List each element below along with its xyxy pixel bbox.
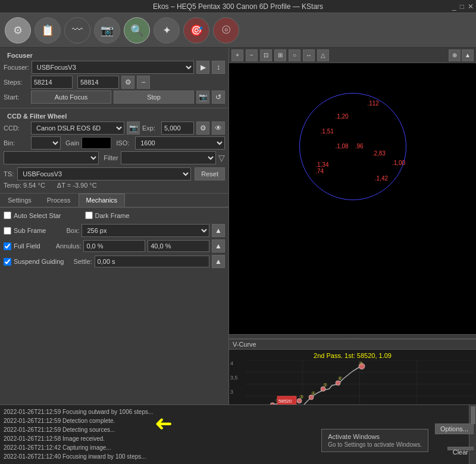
y-label-2: 3	[230, 389, 238, 395]
y-label-0: 4	[230, 360, 238, 366]
focuser-steps-input1[interactable]	[31, 76, 73, 89]
stop-btn[interactable]: Stop	[114, 91, 194, 104]
ccd-select[interactable]: Canon DSLR EOS 6D	[31, 122, 124, 135]
extra-btn1[interactable]: ⊕	[449, 49, 461, 61]
window-title: Ekos – HEQ5 Pentax 300 Canon 6D Profile …	[153, 2, 323, 11]
tab-settings[interactable]: Settings	[0, 194, 39, 207]
settle-input[interactable]	[95, 256, 209, 267]
log-section: 2022-01-26T21:12:59 Focusing outward by …	[0, 404, 476, 464]
star-label-2: .1,51	[321, 128, 334, 135]
minimize-btn[interactable]: _	[452, 2, 456, 11]
grid-btn[interactable]: ⊞	[274, 49, 286, 61]
right-panel: + − ⊡ ⊞ ○ ↔ △ ⊕ ▲ .112 .1,20 .1,51 .1,08	[229, 48, 476, 464]
svg-text:⑥: ⑥	[338, 376, 342, 381]
focuser-header: Focuser	[4, 50, 225, 61]
tabs-section: Settings Process Mechanics	[0, 194, 228, 208]
suspend-guiding-label: Suspend Guiding	[14, 258, 64, 265]
annulus-label: Annulus:	[56, 242, 82, 250]
annulus-input2[interactable]	[148, 240, 209, 252]
bin-label: Bin:	[4, 139, 29, 147]
focuser-connect-btn[interactable]: ▶	[196, 61, 209, 74]
star-label-8: .1,00	[392, 160, 405, 166]
dark-frame-checkbox[interactable]	[85, 211, 93, 219]
ts-select[interactable]: USBFocusV3	[17, 167, 191, 180]
iso-label: ISO:	[116, 139, 133, 147]
box-select[interactable]: 256 px	[82, 224, 209, 237]
toolbar: ⚙ 📋 〰 📷 🔍 ✦ 🎯 ⦾	[0, 13, 476, 48]
focuser-loop-btn[interactable]: ↺	[212, 91, 225, 104]
iso-select[interactable]: 1600	[135, 136, 225, 150]
toolbar-focus-btn[interactable]: 🔍	[124, 17, 150, 43]
focuser-steps-input2[interactable]	[77, 76, 119, 89]
star-label-4: .96	[355, 143, 364, 150]
circle-btn[interactable]: ○	[289, 49, 300, 61]
focuser-device-select[interactable]: USBFocusV3	[32, 61, 194, 74]
options-btn[interactable]: Options...	[435, 423, 474, 434]
ccd-cam-icon[interactable]: 📷	[127, 122, 140, 135]
y-label-1: 3,5	[230, 375, 238, 381]
focuser-steps-row: Steps: ⚙ −	[4, 76, 225, 89]
filter-select2[interactable]	[121, 151, 216, 164]
full-field-checkbox[interactable]	[4, 242, 11, 250]
box-up-btn[interactable]: ▲	[212, 224, 225, 237]
stretch-btn[interactable]: ↔	[303, 49, 315, 61]
exp-config-btn[interactable]: ⚙	[196, 122, 209, 135]
windows-notice: Activate Windows Go to Settings to activ…	[321, 429, 428, 452]
filter-select1[interactable]	[4, 151, 99, 164]
toolbar-scheduler-btn[interactable]: 📋	[35, 17, 61, 43]
annulus-up-btn[interactable]: ▲	[212, 239, 225, 253]
focuser-cam-btn[interactable]: 📷	[196, 91, 209, 104]
clear-log-btn[interactable]: Clear	[447, 447, 474, 450]
temp-display: Temp: 9.54 °C	[4, 182, 45, 189]
ccd-filter-row: Filter ▽	[4, 151, 225, 164]
zoom-in-btn[interactable]: +	[231, 49, 243, 61]
full-field-label: Full Field	[14, 242, 40, 250]
settle-label: Settle:	[73, 258, 92, 265]
gain-label: Gain	[65, 139, 79, 147]
tab-bar: Settings Process Mechanics	[0, 194, 228, 207]
log-line-0: 2022-01-26T21:12:59 Focusing outward by …	[4, 407, 465, 416]
suspend-guiding-checkbox[interactable]	[4, 258, 11, 266]
extra-btn2[interactable]: ▲	[462, 49, 474, 61]
bin-select[interactable]	[31, 136, 61, 150]
star-label-5: .2,83	[372, 150, 386, 157]
tab-mechanics[interactable]: Mechanics	[79, 194, 126, 207]
annulus-input1[interactable]	[83, 240, 145, 252]
main-layout: Focuser Focuser: USBFocusV3 ▶ ↕ Steps: ⚙…	[0, 48, 476, 464]
histogram-btn[interactable]: △	[317, 49, 329, 61]
settle-up-btn[interactable]: ▲	[212, 255, 225, 268]
svg-text:⑦: ⑦	[359, 361, 363, 366]
auto-focus-btn[interactable]: Auto Focus	[31, 91, 111, 104]
focuser-device-row: Focuser: USBFocusV3 ▶ ↕	[4, 61, 225, 74]
auto-select-star-checkbox[interactable]	[4, 211, 11, 219]
exp-input[interactable]	[161, 122, 194, 135]
maximize-btn[interactable]: □	[460, 2, 464, 11]
sub-frame-label: Sub Frame	[14, 227, 46, 234]
exp-eye-btn[interactable]: 👁	[212, 122, 225, 135]
toolbar-capture-btn[interactable]: 📷	[94, 17, 120, 43]
toolbar-analyze-btn[interactable]: 〰	[64, 17, 90, 43]
box-label: Box:	[66, 227, 79, 234]
settings-content: Auto Select Star Dark Frame Sub Frame Bo…	[0, 208, 228, 272]
title-bar-controls[interactable]: _ □ ✕	[452, 2, 474, 11]
zoom-out-btn[interactable]: −	[246, 49, 258, 61]
toolbar-polar-btn[interactable]: ⦾	[213, 17, 239, 43]
zoom-fit-btn[interactable]: ⊡	[260, 49, 272, 61]
close-btn[interactable]: ✕	[468, 2, 474, 11]
star-label-3: .1,08	[335, 143, 348, 150]
toolbar-settings-btn[interactable]: ⚙	[5, 17, 31, 43]
extra-btns: ⊕ ▲	[449, 49, 474, 61]
tab-process[interactable]: Process	[39, 194, 79, 207]
reset-btn[interactable]: Reset	[195, 167, 225, 180]
focuser-steps-config-btn[interactable]: ⚙	[121, 76, 134, 89]
focuser-config-btn[interactable]: ↕	[212, 61, 225, 74]
focuser-steps-minus-btn[interactable]: −	[137, 76, 150, 89]
vcurve-title: 2nd Pass. 1st: 58520, 1.09	[314, 352, 392, 359]
separator: ......	[229, 334, 476, 339]
svg-point-19	[336, 381, 340, 385]
log-scrollbar[interactable]	[469, 405, 476, 464]
auto-select-star-label: Auto Select Star	[14, 212, 61, 219]
toolbar-align-btn[interactable]: ✦	[154, 17, 180, 43]
sub-frame-checkbox[interactable]	[4, 227, 11, 235]
toolbar-guide-btn[interactable]: 🎯	[183, 17, 209, 43]
